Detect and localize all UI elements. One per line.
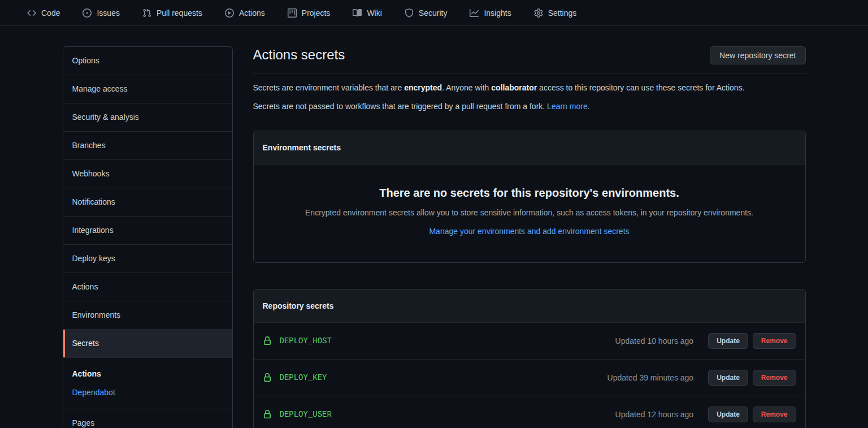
sidebar-item-manage-access[interactable]: Manage access <box>63 75 232 103</box>
play-icon <box>225 8 234 18</box>
tab-actions[interactable]: Actions <box>217 0 273 25</box>
intro-text-segment: Secrets are not passed to workflows that… <box>253 102 548 111</box>
secret-row: DEPLOY_USER Updated 12 hours ago Update … <box>254 396 805 428</box>
secret-name: DEPLOY_HOST <box>280 336 332 345</box>
environment-secrets-card: Environment secrets There are no secrets… <box>253 131 806 263</box>
secret-name: DEPLOY_KEY <box>280 373 327 382</box>
main-content: Actions secrets New repository secret Se… <box>253 46 806 428</box>
update-secret-button[interactable]: Update <box>708 333 748 349</box>
secret-row: DEPLOY_KEY Updated 39 minutes ago Update… <box>254 360 805 396</box>
intro-text-segment: Secrets are environment variables that a… <box>253 83 405 92</box>
new-repository-secret-button[interactable]: New repository secret <box>710 46 805 64</box>
project-icon <box>288 8 297 18</box>
book-icon <box>353 8 362 18</box>
secret-row-actions: Updated 12 hours ago Update Remove <box>615 407 796 422</box>
settings-sidebar: Options Manage access Security & analysi… <box>63 46 233 428</box>
blankslate-description: Encrypted environment secrets allow you … <box>272 207 787 219</box>
secret-name: DEPLOY_USER <box>280 410 332 419</box>
tab-label: Insights <box>484 8 511 18</box>
secret-updated-timestamp: Updated 10 hours ago <box>615 336 694 345</box>
gear-icon <box>534 8 543 18</box>
tab-label: Security <box>419 8 448 18</box>
remove-secret-button[interactable]: Remove <box>753 370 796 386</box>
tab-label: Projects <box>302 8 331 18</box>
update-secret-button[interactable]: Update <box>708 407 748 422</box>
secret-row-actions: Updated 10 hours ago Update Remove <box>615 333 796 349</box>
tab-label: Pull requests <box>157 8 202 18</box>
lock-icon <box>263 336 272 345</box>
tab-wiki[interactable]: Wiki <box>345 0 389 25</box>
page-title: Actions secrets <box>253 46 345 63</box>
lock-icon <box>263 410 272 419</box>
page-header: Actions secrets New repository secret <box>253 46 806 74</box>
settings-layout: Options Manage access Security & analysi… <box>63 46 806 428</box>
tab-insights[interactable]: Insights <box>462 0 519 25</box>
learn-more-link[interactable]: Learn more <box>547 102 588 111</box>
git-pull-request-icon <box>142 8 151 18</box>
issue-opened-icon <box>83 8 92 18</box>
update-secret-button[interactable]: Update <box>708 370 748 386</box>
intro-text: Secrets are environment variables that a… <box>253 82 806 113</box>
tab-issues[interactable]: Issues <box>75 0 127 25</box>
sidebar-item-security-analysis[interactable]: Security & analysis <box>63 103 232 132</box>
sidebar-item-actions[interactable]: Actions <box>63 273 232 301</box>
sidebar-item-secrets[interactable]: Secrets <box>63 330 232 358</box>
repo-tab-nav: Code Issues Pull requests Actions Projec… <box>0 0 868 26</box>
intro-text-segment: . <box>588 102 590 111</box>
sidebar-item-branches[interactable]: Branches <box>63 132 232 160</box>
secret-updated-timestamp: Updated 12 hours ago <box>615 410 694 419</box>
intro-bold-collaborator: collaborator <box>491 83 537 92</box>
sidebar-item-environments[interactable]: Environments <box>63 301 232 330</box>
sidebar-item-webhooks[interactable]: Webhooks <box>63 160 232 188</box>
subnav-item-actions[interactable]: Actions <box>72 369 223 379</box>
environment-secrets-header: Environment secrets <box>254 131 805 165</box>
sidebar-item-pages[interactable]: Pages <box>63 409 232 428</box>
tab-label: Actions <box>239 8 265 18</box>
secrets-subnav: Actions Dependabot <box>63 358 232 409</box>
intro-text-segment: access to this repository can use these … <box>537 83 744 92</box>
remove-secret-button[interactable]: Remove <box>753 407 796 422</box>
secret-updated-timestamp: Updated 39 minutes ago <box>607 373 694 382</box>
tab-label: Issues <box>97 8 119 18</box>
sidebar-item-deploy-keys[interactable]: Deploy keys <box>63 245 232 273</box>
secret-row-actions: Updated 39 minutes ago Update Remove <box>607 370 796 386</box>
intro-paragraph-1: Secrets are environment variables that a… <box>253 82 806 94</box>
remove-secret-button[interactable]: Remove <box>753 333 796 349</box>
tab-settings[interactable]: Settings <box>526 0 585 25</box>
tab-projects[interactable]: Projects <box>280 0 338 25</box>
tab-security[interactable]: Security <box>397 0 455 25</box>
sidebar-item-notifications[interactable]: Notifications <box>63 188 232 217</box>
environment-secrets-blankslate: There are no secrets for this repository… <box>254 165 805 262</box>
repository-secrets-card: Repository secrets DEPLOY_HOST Updated 1… <box>253 289 806 428</box>
tab-label: Code <box>41 8 60 18</box>
intro-bold-encrypted: encrypted <box>404 83 442 92</box>
intro-paragraph-2: Secrets are not passed to workflows that… <box>253 101 806 113</box>
blankslate-title: There are no secrets for this repository… <box>272 186 787 200</box>
tab-pull-requests[interactable]: Pull requests <box>134 0 210 25</box>
tab-label: Wiki <box>367 8 381 18</box>
sidebar-item-integrations[interactable]: Integrations <box>63 217 232 245</box>
shield-icon <box>405 8 414 18</box>
subnav-item-dependabot[interactable]: Dependabot <box>72 388 223 397</box>
sidebar-item-options[interactable]: Options <box>63 47 232 75</box>
graph-icon <box>470 8 479 18</box>
tab-label: Settings <box>548 8 577 18</box>
intro-text-segment: . Anyone with <box>442 83 491 92</box>
lock-icon <box>263 373 272 382</box>
repository-secrets-header: Repository secrets <box>254 289 805 323</box>
manage-environments-link[interactable]: Manage your environments and add environ… <box>429 226 629 237</box>
secret-row: DEPLOY_HOST Updated 10 hours ago Update … <box>254 323 805 360</box>
tab-code[interactable]: Code <box>19 0 68 25</box>
code-icon <box>27 8 36 18</box>
